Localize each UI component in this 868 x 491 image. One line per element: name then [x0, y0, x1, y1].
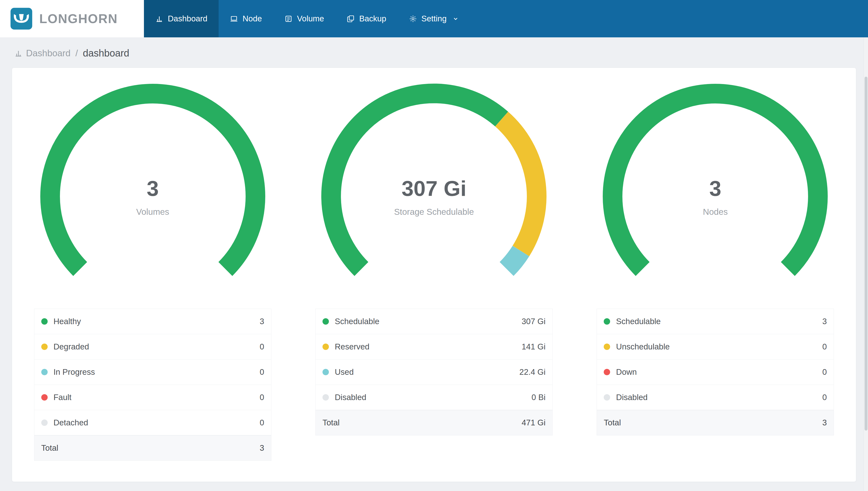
legend-color-dot	[41, 318, 48, 325]
legend-value: 0	[259, 367, 264, 377]
breadcrumb-root[interactable]: Dashboard	[26, 48, 70, 58]
legend-color-dot	[322, 394, 329, 401]
longhorn-bull-icon	[10, 7, 33, 30]
volume-icon	[284, 15, 292, 23]
nav-label: Volume	[297, 14, 324, 23]
legend-color-dot	[41, 420, 48, 426]
dashboard-icon	[155, 15, 163, 23]
legend-color-dot	[322, 318, 329, 325]
volumes-gauge-section: 3 Volumes Healthy3Degraded0In Progress0F…	[12, 81, 293, 461]
nav-label: Backup	[359, 14, 386, 23]
gauge-segment-schedulable	[331, 93, 501, 269]
nav-item-dashboard[interactable]: Dashboard	[144, 0, 219, 37]
legend-color-dot	[41, 344, 48, 350]
gauge-segment-reserved	[501, 119, 537, 251]
legend-color-dot	[322, 344, 329, 350]
legend-row: Used22.4 Gi	[316, 359, 552, 385]
storage-legend-table: Schedulable307 GiReserved141 GiUsed22.4 …	[315, 309, 553, 435]
storage-gauge-chart	[319, 81, 549, 278]
legend-total-row: Total3	[34, 435, 271, 461]
legend-value: 3	[822, 317, 827, 326]
legend-label: Unschedulable	[616, 342, 822, 351]
legend-total-value: 471 Gi	[522, 418, 546, 427]
brand-name: LONGHORN	[39, 11, 118, 26]
legend-value: 0	[822, 367, 827, 377]
legend-row: Schedulable3	[597, 309, 834, 334]
gauge-segment-used	[507, 251, 521, 269]
legend-total-row: Total3	[597, 410, 834, 435]
legend-value: 0	[259, 342, 264, 351]
nodes-gauge: 3 Nodes	[600, 81, 830, 278]
legend-value: 141 Gi	[522, 342, 546, 351]
scrollbar-track[interactable]	[864, 37, 868, 491]
setting-gear-icon	[409, 15, 417, 23]
node-icon	[230, 15, 238, 23]
volumes-gauge: 3 Volumes	[38, 81, 268, 278]
nav-label: Node	[242, 14, 262, 23]
legend-color-dot	[322, 369, 329, 375]
nodes-legend-table: Schedulable3Unschedulable0Down0Disabled0…	[597, 309, 834, 435]
legend-color-dot	[604, 394, 610, 401]
legend-value: 0 Bi	[531, 393, 546, 402]
legend-label: In Progress	[54, 367, 260, 377]
legend-label: Used	[335, 367, 520, 377]
breadcrumb-separator: /	[75, 48, 78, 58]
legend-total-row: Total471 Gi	[316, 410, 552, 435]
legend-row: Degraded0	[34, 334, 271, 359]
nav-item-node[interactable]: Node	[219, 0, 273, 37]
legend-row: Healthy3	[34, 309, 271, 334]
legend-row: Unschedulable0	[597, 334, 834, 359]
chevron-down-icon	[452, 15, 459, 22]
legend-total-value: 3	[259, 443, 264, 453]
nav-item-backup[interactable]: Backup	[335, 0, 397, 37]
longhorn-logo[interactable]: LONGHORN	[0, 0, 144, 37]
legend-value: 3	[259, 317, 264, 326]
legend-total-label: Total	[41, 443, 260, 453]
gauge-segment-schedulable	[613, 94, 818, 269]
legend-label: Degraded	[54, 342, 260, 351]
legend-color-dot	[41, 369, 48, 375]
legend-color-dot	[604, 369, 610, 375]
legend-row: Reserved141 Gi	[316, 334, 552, 359]
top-navbar: LONGHORN Dashboard Node Volume Backup Se…	[0, 0, 868, 37]
legend-label: Healthy	[54, 317, 260, 326]
nav-label: Dashboard	[168, 14, 207, 23]
nav-item-setting[interactable]: Setting	[398, 0, 471, 37]
legend-label: Reserved	[335, 342, 522, 351]
legend-row: In Progress0	[34, 359, 271, 385]
legend-row: Fault0	[34, 385, 271, 410]
breadcrumb-chart-icon	[14, 49, 23, 58]
volumes-legend-table: Healthy3Degraded0In Progress0Fault0Detac…	[34, 309, 271, 461]
legend-label: Schedulable	[616, 317, 822, 326]
scrollbar-thumb[interactable]	[865, 77, 868, 431]
legend-label: Detached	[54, 418, 260, 427]
nav-label: Setting	[422, 14, 447, 23]
legend-row: Down0	[597, 359, 834, 385]
breadcrumb-current: dashboard	[83, 48, 129, 59]
gauges-row: 3 Volumes Healthy3Degraded0In Progress0F…	[12, 81, 856, 461]
dashboard-card: 3 Volumes Healthy3Degraded0In Progress0F…	[12, 67, 856, 482]
legend-total-label: Total	[604, 418, 822, 427]
legend-row: Detached0	[34, 410, 271, 435]
legend-color-dot	[604, 344, 610, 350]
storage-gauge-section: 307 Gi Storage Schedulable Schedulable30…	[293, 81, 575, 461]
nav-item-volume[interactable]: Volume	[273, 0, 335, 37]
legend-color-dot	[604, 318, 610, 325]
legend-row: Schedulable307 Gi	[316, 309, 552, 334]
legend-label: Fault	[54, 393, 260, 402]
legend-total-label: Total	[322, 418, 522, 427]
backup-icon	[347, 15, 355, 23]
gauge-segment-healthy	[50, 94, 255, 269]
legend-value: 307 Gi	[522, 317, 546, 326]
legend-label: Schedulable	[335, 317, 522, 326]
nodes-gauge-chart	[600, 81, 830, 278]
legend-label: Disabled	[335, 393, 531, 402]
storage-gauge: 307 Gi Storage Schedulable	[319, 81, 549, 278]
legend-total-value: 3	[822, 418, 827, 427]
legend-value: 0	[259, 418, 264, 427]
legend-label: Disabled	[616, 393, 822, 402]
legend-value: 0	[822, 393, 827, 402]
legend-value: 0	[259, 393, 264, 402]
legend-label: Down	[616, 367, 822, 377]
volumes-gauge-chart	[38, 81, 268, 278]
